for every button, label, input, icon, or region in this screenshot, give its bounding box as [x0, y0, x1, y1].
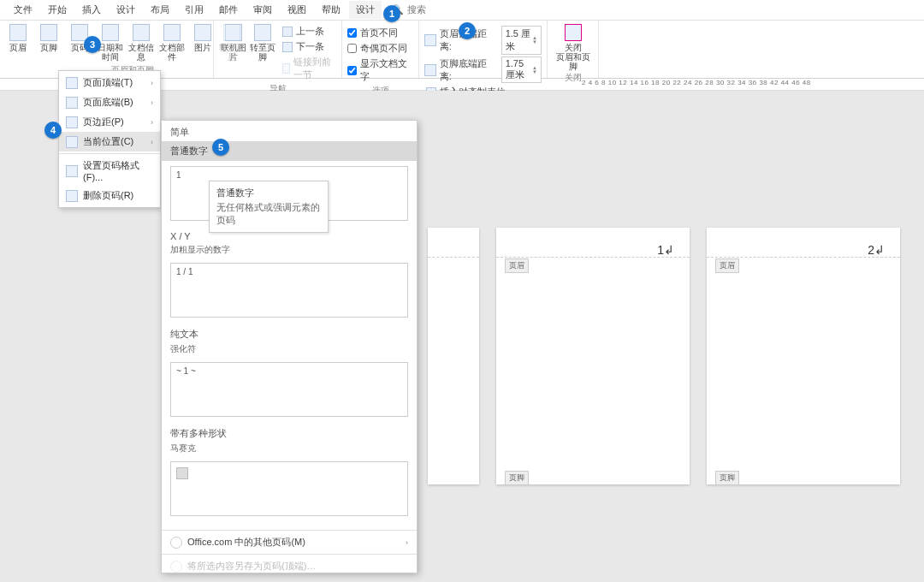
dd-page-margins[interactable]: 页边距(P)› — [59, 112, 160, 132]
doc-info-button[interactable]: 文档信息 — [128, 24, 154, 62]
header-tag: 页眉 — [715, 258, 739, 273]
gallery-preview-accent[interactable]: ~ 1 ~ — [170, 362, 408, 417]
save-icon — [170, 561, 182, 573]
menu-help[interactable]: 帮助 — [315, 1, 347, 19]
header-distance-spinner[interactable]: 页眉顶端距离:1.5 厘米▲▼ — [424, 26, 542, 55]
gallery-label-bold: 加粗显示的数字 — [162, 244, 417, 258]
next-button[interactable]: 下一条 — [281, 39, 336, 54]
annotation-1: 1 — [383, 5, 400, 22]
gallery-label-accent: 强化符 — [162, 343, 417, 357]
header-button[interactable]: 页眉 — [5, 24, 31, 52]
globe-icon — [170, 537, 182, 549]
footer-tag: 页脚 — [715, 471, 739, 485]
page-number-1: 1↲ — [657, 243, 674, 257]
menu-design[interactable]: 设计 — [110, 1, 142, 19]
menu-layout[interactable]: 布局 — [144, 1, 176, 19]
goto-footer-button[interactable]: 转至页脚 — [250, 24, 275, 62]
link-previous-button[interactable]: 链接到前一节 — [281, 55, 336, 82]
page-1[interactable]: 1↲ 页眉 页脚 — [496, 228, 690, 484]
menu-references[interactable]: 引用 — [178, 1, 210, 19]
annotation-4: 4 — [44, 122, 62, 139]
close-header-footer-button[interactable]: 关闭 页眉和页脚 — [553, 24, 593, 71]
page-number-dropdown: 页面顶端(T)› 页面底端(B)› 页边距(P)› 当前位置(C)› 设置页码格… — [58, 70, 161, 208]
menu-home[interactable]: 开始 — [41, 1, 74, 19]
dd-format-page-numbers[interactable]: 设置页码格式(F)... — [59, 156, 160, 186]
odd-even-different-check[interactable]: 奇偶页不同 — [347, 41, 413, 56]
tooltip: 普通数字 无任何格式或强调元素的页码 — [209, 181, 329, 233]
previous-button[interactable]: 上一条 — [281, 24, 336, 39]
show-doc-text-check[interactable]: 显示文档文字 — [347, 56, 413, 84]
gallery-preview-mosaic[interactable] — [170, 461, 408, 516]
annotation-5: 5 — [212, 139, 229, 156]
gallery-preview-xy[interactable]: 1 / 1 — [170, 263, 408, 318]
menu-file[interactable]: 文件 — [7, 1, 39, 19]
gallery-section-simple: 简单 — [162, 121, 417, 141]
goto-header-button[interactable]: 转至页眉 — [219, 24, 245, 62]
menu-view[interactable]: 视图 — [281, 1, 313, 19]
dd-bottom-of-page[interactable]: 页面底端(B)› — [59, 92, 160, 112]
gallery-item-plain-number[interactable]: 普通数字 — [162, 141, 417, 161]
page-number-2: 2↲ — [868, 243, 885, 257]
menu-design-context[interactable]: 设计 — [349, 1, 382, 19]
menu-mailings[interactable]: 邮件 — [212, 1, 245, 19]
menu-insert[interactable]: 插入 — [75, 1, 108, 19]
footer-tag: 页脚 — [505, 471, 529, 485]
dd-remove-page-numbers[interactable]: 删除页码(R) — [59, 186, 160, 205]
header-tag: 页眉 — [505, 258, 529, 273]
page-2[interactable]: 2↲ 页眉 页脚 — [707, 228, 900, 484]
gallery-section-plaintext: 纯文本 — [162, 323, 417, 343]
page-number-gallery: 简单 普通数字 1 普通数字 无任何格式或强调元素的页码 X / Y 加粗显示的… — [161, 120, 418, 573]
annotation-3: 3 — [84, 36, 101, 53]
date-time-button[interactable]: 日期和时间 — [98, 24, 123, 62]
menu-bar: 文件 开始 插入 设计 布局 引用 邮件 审阅 视图 帮助 设计 🔍 搜索 — [0, 0, 924, 21]
quick-parts-button[interactable]: 文档部件 — [159, 24, 185, 62]
gallery-preview-plain[interactable]: 1 普通数字 无任何格式或强调元素的页码 — [170, 166, 408, 221]
gallery-label-mosaic: 马赛克 — [162, 442, 417, 456]
gallery-save-selection: 将所选内容另存为页码(顶端)… — [162, 554, 417, 573]
menu-review[interactable]: 审阅 — [246, 1, 279, 19]
footer-distance-spinner[interactable]: 页脚底端距离:1.75 厘米▲▼ — [424, 56, 542, 83]
page-cover[interactable] — [428, 228, 479, 484]
first-page-different-check[interactable]: 首页不同 — [347, 26, 413, 40]
pictures-button[interactable]: 图片 — [190, 24, 216, 52]
search-label: 搜索 — [407, 3, 426, 16]
gallery-section-shapes: 带有多种形状 — [162, 422, 417, 442]
footer-button[interactable]: 页脚 — [36, 24, 62, 52]
dd-top-of-page[interactable]: 页面顶端(T)› — [59, 73, 160, 92]
dd-current-position[interactable]: 当前位置(C)› — [59, 132, 160, 151]
annotation-2: 2 — [459, 22, 476, 39]
gallery-more-office[interactable]: Office.com 中的其他页码(M)› — [162, 530, 417, 554]
